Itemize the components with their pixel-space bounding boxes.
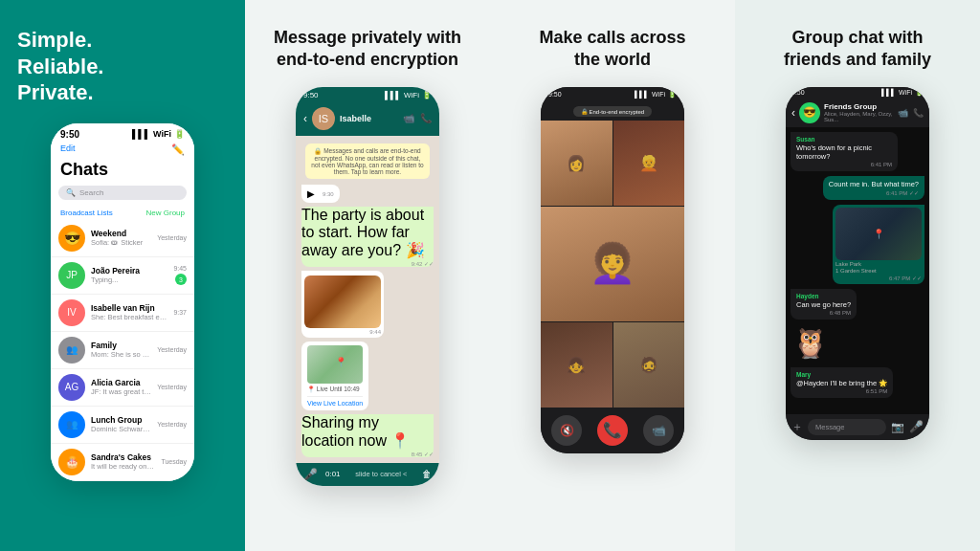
chat-image <box>304 276 381 328</box>
phone-2-status: 9:50 ▌▌▌ WiFi 🔋 <box>296 87 439 101</box>
chat-item-alicia[interactable]: AG Alicia Garcia JF: It was great to see… <box>51 369 194 407</box>
panel-4-headline: Group chat with friends and family <box>784 27 931 72</box>
camera-icon[interactable]: 📷 <box>891 421 904 433</box>
chat-info-joao: João Pereira Typing... <box>91 266 167 284</box>
video-call-icon[interactable]: 📹 <box>898 108 908 118</box>
group-members: Alice, Hayden, Mary, Ozzy, Sus... <box>824 111 894 122</box>
phone-1-mockup: 9:50 ▌▌▌ WiFi 🔋 Edit ✏️ Chats 🔍 Search B… <box>51 123 194 481</box>
chat-name: João Pereira <box>91 266 167 276</box>
panel-2-headline: Message privately with end-to-end encryp… <box>274 27 461 72</box>
mute-button[interactable]: 🔇 <box>551 415 582 446</box>
sent-location-text: Sharing my location now 📍 8:45 ✓✓ <box>301 414 434 457</box>
chat-meta: Yesterday <box>157 346 187 353</box>
signal-icon: ▌▌▌ <box>635 91 649 99</box>
plus-icon[interactable]: ＋ <box>791 419 803 435</box>
phone-2-action-icons: 📹 📞 <box>403 113 432 123</box>
voice-message[interactable]: ▶ 9:30 <box>301 185 340 203</box>
chat-info-isabelle: Isabelle van Rijn She: Best breakfast ev… <box>91 303 167 321</box>
broadcast-lists-link[interactable]: Broadcast Lists <box>60 209 113 217</box>
chat-name: Lunch Group <box>91 415 151 425</box>
encryption-notice: 🔒 Messages and calls are end-to-end encr… <box>305 143 430 179</box>
group-chat-header: ‹ 😎 Friends Group Alice, Hayden, Mary, O… <box>786 99 929 127</box>
chat-avatar-alicia: AG <box>58 374 85 401</box>
sent-message-party: The party is about to start. How far awa… <box>301 207 434 267</box>
battery-icon: 🔋 <box>422 91 432 99</box>
group-message-sent: Count me in. But what time? 6:41 PM ✓✓ <box>823 176 924 200</box>
e2e-area: 🔒 End-to-end encrypted <box>541 102 684 121</box>
search-bar[interactable]: 🔍 Search <box>58 186 187 200</box>
phone-2-header: ‹ IS Isabelle 📹 📞 <box>296 101 439 136</box>
panel-encryption: Message privately with end-to-end encryp… <box>245 0 490 551</box>
panel-calls: Make calls across the world 9:50 ▌▌▌ WiF… <box>490 0 735 551</box>
chat-item-weekend[interactable]: 😎 Weekend Sofia: 🎟 Sticker Yesterday <box>51 220 194 257</box>
signal-icon: ▌▌▌ <box>881 89 896 97</box>
broadcast-row: Broadcast Lists New Group <box>51 206 194 220</box>
video-cell-1: 👩 <box>541 121 612 206</box>
chat-info-weekend: Weekend Sofia: 🎟 Sticker <box>91 229 151 247</box>
message-input[interactable]: Message <box>808 419 886 435</box>
phone-4-icons: ▌▌▌ WiFi 🔋 <box>881 89 924 97</box>
wifi-icon: WiFi <box>652 91 665 99</box>
chat-name: Family <box>91 341 151 350</box>
back-icon[interactable]: ‹ <box>303 112 307 125</box>
battery-icon: 🔋 <box>915 89 924 97</box>
new-group-link[interactable]: New Group <box>146 209 185 217</box>
chat-meta: Tuesday <box>161 458 187 465</box>
microphone-icon[interactable]: 🎤 <box>303 468 318 481</box>
phone-3-status: 9:50 ▌▌▌ WiFi 🔋 <box>541 87 684 102</box>
wifi-icon: WiFi <box>153 129 171 139</box>
phone-3-icons: ▌▌▌ WiFi 🔋 <box>635 91 677 99</box>
play-icon[interactable]: ▶ <box>307 188 315 199</box>
group-sticker: 🦉 <box>791 324 829 363</box>
chat-item-joao[interactable]: JP João Pereira Typing... 9:45 3 <box>51 257 194 295</box>
chat-item-isabelle[interactable]: IV Isabelle van Rijn She: Best breakfast… <box>51 295 194 332</box>
chat-preview: She: Best breakfast ever <box>91 313 167 321</box>
video-toggle-button[interactable]: 📹 <box>643 415 674 446</box>
phone-1-status-bar: 9:50 ▌▌▌ WiFi 🔋 <box>51 123 194 142</box>
back-icon[interactable]: ‹ <box>791 106 795 120</box>
edit-label[interactable]: Edit <box>60 143 76 156</box>
location-address: 1 Garden Street <box>835 268 922 274</box>
location-bubble[interactable]: 📍 📍 Live Until 10:49 View Live Location <box>301 342 368 410</box>
e2e-badge: 🔒 End-to-end encrypted <box>573 106 652 117</box>
chat-preview: Typing... <box>91 276 167 284</box>
wifi-icon: WiFi <box>404 91 419 99</box>
end-call-button[interactable]: 📞 <box>597 415 628 446</box>
video-call-icon[interactable]: 📹 <box>403 113 414 123</box>
chat-item-lunch[interactable]: 👥 Lunch Group Dominic Schwarz: 📷 GIF Yes… <box>51 407 194 444</box>
chat-preview: JF: It was great to see you! Let's catch… <box>91 387 151 396</box>
chat-meta: Yesterday <box>157 421 187 428</box>
signal-icon: ▌▌▌ <box>385 91 401 99</box>
chat-avatar-lunch: 👥 <box>58 411 85 438</box>
phone-call-icon[interactable]: 📞 <box>913 108 924 118</box>
map-pin-icon: 📍 <box>873 229 884 239</box>
phone-2-messages: 🔒 Messages and calls are end-to-end encr… <box>296 136 439 463</box>
chat-info-sandra: Sandra's Cakes It will be ready on Thurs… <box>91 452 155 471</box>
chat-meta: 9:37 <box>173 309 187 316</box>
chat-item-family[interactable]: 👥 Family Mom: She is so cute 😊 Yesterday <box>51 332 194 369</box>
chat-item-sandra[interactable]: 🎂 Sandra's Cakes It will be ready on Thu… <box>51 444 194 481</box>
chat-meta: 9:45 3 <box>173 265 187 285</box>
phone-2-icons: ▌▌▌ WiFi 🔋 <box>385 91 432 99</box>
chat-name: Sandra's Cakes <box>91 452 155 462</box>
phone-1-icons: ▌▌▌ WiFi 🔋 <box>132 129 185 139</box>
compose-icon[interactable]: ✏️ <box>171 143 185 156</box>
phone-call-icon[interactable]: 📞 <box>420 113 432 123</box>
search-area: 🔍 Search <box>51 184 194 206</box>
phone-1-edit-row: Edit ✏️ <box>51 142 194 158</box>
sender-name: Susan <box>796 136 892 143</box>
sender-name: Hayden <box>796 293 851 299</box>
view-live-location-link[interactable]: View Live Location <box>307 396 363 407</box>
phone-3-mockup: 9:50 ▌▌▌ WiFi 🔋 🔒 End-to-end encrypted 👩… <box>541 87 684 453</box>
chat-avatar-joao: JP <box>58 262 85 289</box>
video-call-grid: 👩 👱 👩‍🦱 👧 🧔 <box>541 121 684 408</box>
microphone-icon[interactable]: 🎤 <box>909 420 924 433</box>
cancel-icon[interactable]: 🗑 <box>422 469 432 479</box>
call-controls: 🔇 📞 📹 <box>541 408 684 453</box>
sender-name: Mary <box>796 371 887 378</box>
group-input-bar: ＋ Message 📷 🎤 <box>786 414 929 440</box>
chat-preview: It will be ready on Thursday! <box>91 462 155 471</box>
panel-group-chat: Group chat with friends and family 9:50 … <box>735 0 980 551</box>
search-icon: 🔍 <box>66 188 76 197</box>
chat-preview: Sofia: 🎟 Sticker <box>91 238 151 247</box>
